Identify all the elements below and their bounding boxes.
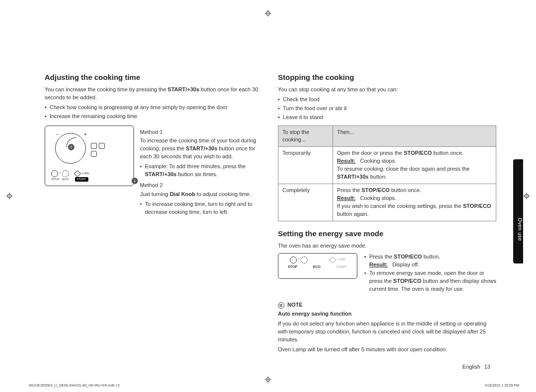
note-paragraph-2: Oven Lamp will be turned off after 5 min… (278, 346, 496, 354)
methods-text: Method 1 To increase the cooking time of… (140, 126, 263, 219)
note-paragraph-1: If you do not select any function when a… (278, 320, 496, 344)
note-icon (278, 302, 284, 309)
bullet: Check how cooking is progressing at any … (45, 104, 263, 112)
energy-intro: The oven has an energy save mode. (278, 242, 496, 250)
mode-icons (91, 143, 121, 159)
method-2-heading: Method 2 (140, 182, 263, 190)
method-1-example: Example: To add three minutes, press the… (140, 163, 263, 179)
note-subheading: Auto energy saving function (278, 310, 496, 318)
registration-mark-right (523, 193, 530, 199)
section-tab-oven-use: Oven use (513, 159, 523, 263)
plus-icon: + (84, 131, 87, 138)
stop-intro: You can stop cooking at any time so that… (278, 86, 496, 94)
stop-eco-button-icon: / STOPECO (51, 170, 69, 182)
footer-timestamp: 5/18/2016 1:30:09 PM (485, 383, 519, 388)
note-heading: NOTE (278, 301, 496, 309)
column-left: Adjusting the cooking time You can incre… (45, 72, 263, 356)
row-temporarily-body: Open the door or press the STOP/ECO butt… (333, 147, 496, 184)
stop-cooking-table: To stop the cooking... Then... Temporari… (278, 126, 496, 221)
heading-stopping-cooking: Stopping the cooking (278, 72, 496, 83)
energy-bullets: Press the STOP/ECO button. Result: Displ… (364, 253, 496, 297)
registration-mark-bottom (265, 376, 271, 383)
intro-text: You can increase the cooking time by pre… (45, 86, 263, 102)
column-right: Stopping the cooking You can stop cookin… (278, 72, 496, 356)
footer-filename: MS23K3555ES_LI_DE68-04422G-00_HE+RU+EN.i… (29, 383, 120, 388)
th-to-stop: To stop the cooking... (278, 126, 333, 147)
callout-badge-2: 2 (68, 144, 74, 150)
bullet: Increase the remaining cooking time (45, 113, 263, 121)
row-temporarily-label: Temporarily (278, 147, 333, 184)
minus-icon: − (56, 131, 59, 138)
th-then: Then... (333, 126, 496, 147)
intro-bullets: Check how cooking is progressing at any … (45, 104, 263, 121)
start-button-icon: /+30s START (74, 170, 89, 182)
stop-bullets: Check the food Turn the food over or sti… (278, 96, 496, 122)
callout-badge-1: 1 (132, 178, 138, 184)
registration-mark-left (6, 193, 13, 199)
row-completely-body: Press the STOP/ECO button once. Result: … (333, 184, 496, 221)
heading-adjusting-time: Adjusting the cooking time (45, 72, 263, 83)
row-completely-label: Completely (278, 184, 333, 221)
method-1-body: To increase the cooking time of your foo… (140, 137, 263, 161)
page-number: English13 (463, 363, 490, 371)
print-footer: MS23K3555ES_LI_DE68-04422G-00_HE+RU+EN.i… (29, 383, 519, 388)
stop-eco-panel-figure: / /+30s STOP ECO START (278, 253, 357, 279)
control-panel-figure: − + 2 / STOPECO /+30s START (45, 126, 134, 186)
method-2-bullet: To increase cooking time, turn to right … (140, 200, 263, 216)
method-2-body: Just turning Dial Knob to adjust cooking… (140, 191, 263, 198)
method-1-heading: Method 1 (140, 129, 263, 136)
heading-energy-save: Setting the energy save mode (278, 228, 496, 239)
registration-mark-top (265, 10, 271, 17)
